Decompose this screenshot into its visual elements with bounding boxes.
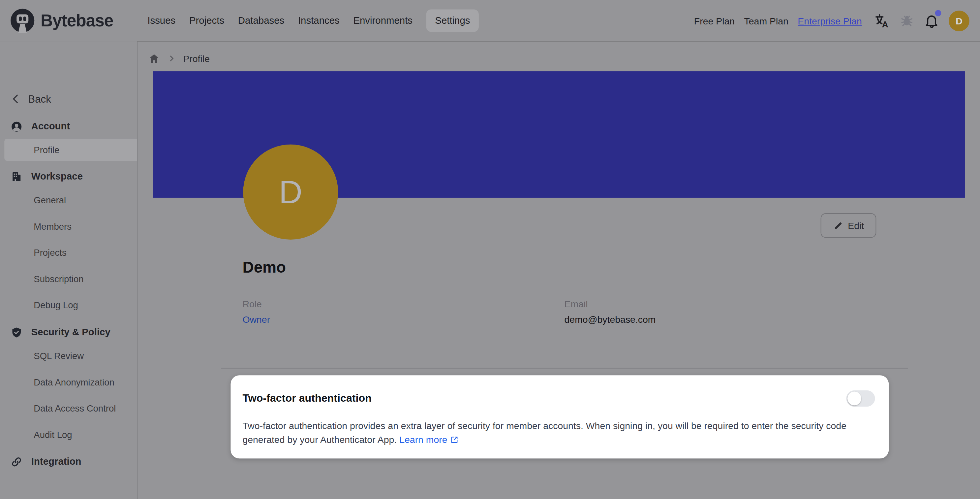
main-nav: Issues Projects Databases Instances Envi… xyxy=(147,0,479,41)
profile-avatar[interactable]: D xyxy=(243,145,338,239)
two-factor-auth-card: Two-factor authentication Two-factor aut… xyxy=(231,375,889,458)
toggle-knob xyxy=(848,392,861,406)
building-icon xyxy=(11,170,22,182)
chevron-left-icon xyxy=(9,93,22,105)
sidebar-item-projects[interactable]: Projects xyxy=(0,244,137,261)
sidebar-group-integration: Integration xyxy=(0,453,137,470)
free-plan-label[interactable]: Free Plan xyxy=(694,15,735,26)
role-value-link[interactable]: Owner xyxy=(242,314,270,325)
chevron-right-icon xyxy=(167,54,176,63)
sidebar-item-general[interactable]: General xyxy=(0,191,137,209)
svg-text:A: A xyxy=(882,19,888,29)
sidebar-item-data-anonymization[interactable]: Data Anonymization xyxy=(0,374,137,391)
nav-projects[interactable]: Projects xyxy=(189,15,224,26)
sidebar-group-security-policy: Security & Policy xyxy=(0,324,137,341)
two-factor-auth-title: Two-factor authentication xyxy=(242,392,371,405)
bytebase-logo[interactable]: Bytebase xyxy=(9,3,113,38)
app-root: Bytebase Issues Projects Databases Insta… xyxy=(0,0,980,499)
sidebar-item-sql-review[interactable]: SQL Review xyxy=(0,347,137,365)
section-divider xyxy=(221,368,908,368)
translate-icon[interactable]: A xyxy=(874,13,890,29)
sidebar-item-data-access-control[interactable]: Data Access Control xyxy=(0,400,137,417)
settings-sidebar: Back Account Profile xyxy=(0,41,137,499)
sidebar-group-account: Account xyxy=(0,118,137,135)
nav-right-cluster: Free Plan Team Plan Enterprise Plan A xyxy=(694,0,969,41)
external-link-icon xyxy=(450,435,459,444)
user-avatar[interactable]: D xyxy=(949,10,969,31)
bytebase-wordmark: Bytebase xyxy=(41,11,113,30)
bytebase-logo-icon xyxy=(9,3,36,38)
pencil-icon xyxy=(833,220,843,230)
sidebar-item-audit-log[interactable]: Audit Log xyxy=(0,426,137,443)
nav-settings[interactable]: Settings xyxy=(426,9,479,32)
top-navbar: Bytebase Issues Projects Databases Insta… xyxy=(0,0,980,42)
notification-badge-dot xyxy=(935,10,942,16)
nav-issues[interactable]: Issues xyxy=(147,15,175,26)
home-icon[interactable] xyxy=(148,53,160,64)
sidebar-item-members[interactable]: Members xyxy=(0,218,137,235)
role-label: Role xyxy=(242,298,261,309)
nav-environments[interactable]: Environments xyxy=(353,15,412,26)
learn-more-link[interactable]: Learn more xyxy=(399,434,459,444)
edit-profile-button[interactable]: Edit xyxy=(821,213,877,238)
user-icon xyxy=(11,120,22,132)
breadcrumb: Profile xyxy=(148,53,210,64)
shield-check-icon xyxy=(11,326,22,338)
sidebar-item-subscription[interactable]: Subscription xyxy=(0,270,137,288)
link-icon xyxy=(11,456,22,468)
profile-name: Demo xyxy=(242,258,286,277)
sidebar-group-workspace: Workspace xyxy=(0,167,137,185)
email-label: Email xyxy=(565,298,588,309)
notifications-button[interactable] xyxy=(924,13,939,29)
sidebar-item-debug-log[interactable]: Debug Log xyxy=(0,297,137,314)
bug-icon[interactable] xyxy=(899,13,914,28)
sidebar-scroll-area: Back Account Profile xyxy=(0,41,137,470)
back-button[interactable]: Back xyxy=(0,90,137,108)
two-factor-auth-toggle[interactable] xyxy=(846,391,875,407)
breadcrumb-current-page[interactable]: Profile xyxy=(183,53,210,64)
team-plan-label[interactable]: Team Plan xyxy=(744,15,788,26)
sidebar-item-profile[interactable]: Profile xyxy=(4,139,137,161)
enterprise-plan-link[interactable]: Enterprise Plan xyxy=(798,15,862,26)
nav-instances[interactable]: Instances xyxy=(298,15,340,26)
nav-databases[interactable]: Databases xyxy=(238,15,284,26)
email-value: demo@bytebase.com xyxy=(565,314,656,325)
two-factor-auth-description: Two-factor authentication provides an ex… xyxy=(242,419,886,446)
